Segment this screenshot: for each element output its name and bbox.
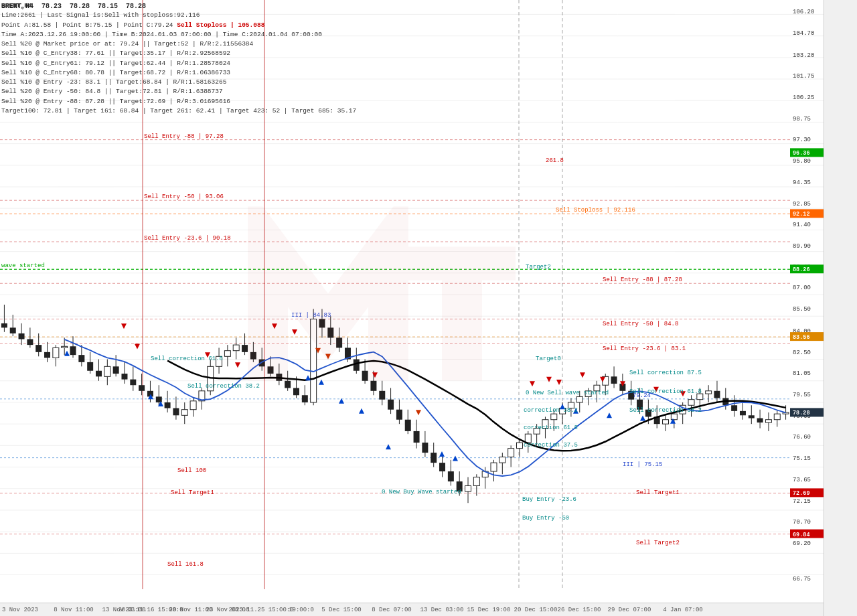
time-label: 13 Dec 03:00 xyxy=(420,607,464,613)
time-label: 8 Dec 07:00 xyxy=(372,607,411,613)
time-label: 4 Jan 07:00 xyxy=(663,607,702,613)
time-label: 8 Nov 11:00 xyxy=(54,607,93,613)
time-label: 19:00:0 xyxy=(289,607,314,613)
time-label: 29 Dec 07:00 xyxy=(608,607,651,613)
time-label: 2023.11.25 15:00:0 xyxy=(228,607,293,613)
price-axis xyxy=(824,0,857,616)
time-label: 20 Dec 15:00 xyxy=(514,607,558,613)
time-label: 5 Dec 15:00 xyxy=(321,607,361,613)
time-label: 15 Dec 19:00 xyxy=(467,607,511,613)
chart-container: BRENT,H4 Line:2661 | Last Signal is:Sell… xyxy=(0,0,857,616)
time-label: 26 Dec 15:00 xyxy=(558,607,601,613)
time-label: 3 Nov 2023 xyxy=(2,607,38,613)
price-chart[interactable] xyxy=(0,0,824,603)
time-axis: 3 Nov 20238 Nov 11:0013 Nov 03:002023.11… xyxy=(0,603,824,616)
